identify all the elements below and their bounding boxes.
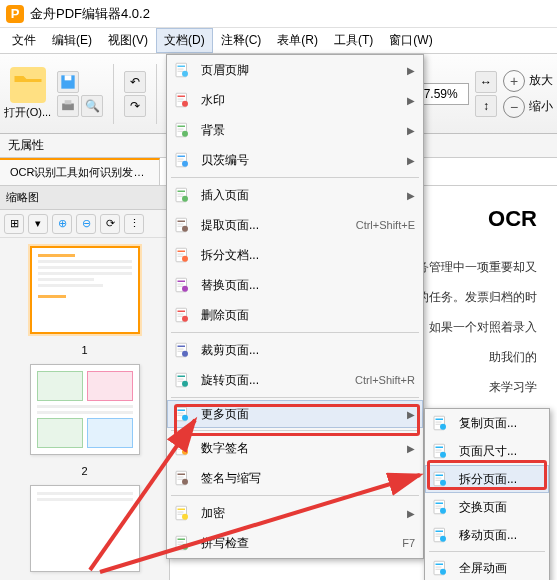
expand-icon[interactable]: ⊞ — [4, 214, 24, 234]
menu-window[interactable]: 窗口(W) — [381, 28, 440, 53]
menu-file[interactable]: 文件 — [4, 28, 44, 53]
svg-rect-41 — [178, 284, 184, 285]
print-icon[interactable] — [57, 95, 79, 117]
svg-rect-51 — [178, 349, 184, 350]
menu-item-replace[interactable]: 替换页面... — [167, 270, 423, 300]
svg-rect-76 — [178, 512, 184, 513]
menu-item-extract[interactable]: 提取页面... Ctrl+Shift+E — [167, 210, 423, 240]
menu-item-spell[interactable]: 拼写检查 F7 — [167, 528, 423, 558]
toolbar-open[interactable]: 打开(O)... — [4, 67, 51, 120]
menu-item-bates[interactable]: 贝茨编号 ▶ — [167, 145, 423, 175]
delete-icon — [171, 304, 193, 326]
menu-item-bg[interactable]: 背景 ▶ — [167, 115, 423, 145]
submenu-item[interactable]: 交换页面 — [425, 493, 549, 521]
menu-item-header[interactable]: 页眉页脚 ▶ — [167, 55, 423, 85]
more-icon — [171, 403, 193, 425]
menu-item-rotate[interactable]: 旋转页面... Ctrl+Shift+R — [167, 365, 423, 395]
svg-rect-45 — [178, 311, 186, 313]
zoom-in-button[interactable]: + 放大 — [503, 70, 553, 92]
menu-item-more[interactable]: 更多页面 ▶ — [167, 400, 423, 428]
thumbnail-number: 2 — [81, 465, 87, 477]
svg-rect-42 — [178, 286, 184, 287]
menu-item-crop[interactable]: 裁剪页面... — [167, 335, 423, 365]
menu-document[interactable]: 文档(D) — [156, 28, 213, 53]
svg-rect-77 — [178, 514, 184, 515]
menu-item-label: 背景 — [201, 122, 407, 139]
thumbnails: 1 2 — [0, 238, 169, 580]
fit-height-icon[interactable]: ↕ — [475, 95, 497, 117]
menu-form[interactable]: 表单(R) — [269, 28, 326, 53]
toolbar-open-label: 打开(O)... — [4, 105, 51, 120]
svg-point-68 — [182, 449, 188, 455]
zoom-out-thumb-icon[interactable]: ⊖ — [76, 214, 96, 234]
options-icon[interactable]: ⋮ — [124, 214, 144, 234]
save-icon[interactable] — [57, 71, 79, 93]
svg-rect-75 — [178, 509, 186, 511]
search-icon[interactable]: 🔍 — [81, 95, 103, 117]
app-title: 金舟PDF编辑器4.0.2 — [30, 5, 150, 23]
page-icon — [429, 468, 451, 490]
svg-rect-27 — [178, 196, 184, 197]
svg-rect-72 — [178, 479, 184, 480]
thumbnail-page[interactable] — [30, 246, 140, 334]
fit-width-icon[interactable]: ↔ — [475, 71, 497, 93]
zoom-out-button[interactable]: − 缩小 — [503, 96, 553, 118]
menu-item-sign[interactable]: 数字签名 ▶ — [167, 433, 423, 463]
submenu-item[interactable]: 复制页面... — [425, 409, 549, 437]
menu-separator — [171, 177, 419, 178]
menu-item-insert[interactable]: 插入页面 ▶ — [167, 180, 423, 210]
menu-item-label: 插入页面 — [201, 187, 407, 204]
replace-icon — [171, 274, 193, 296]
menu-comment[interactable]: 注释(C) — [213, 28, 270, 53]
menu-tools[interactable]: 工具(T) — [326, 28, 381, 53]
insert-icon — [171, 184, 193, 206]
water-icon — [171, 89, 193, 111]
menu-item-label: 拼写检查 — [201, 535, 394, 552]
svg-point-98 — [440, 480, 446, 486]
thumbnail-page[interactable] — [30, 485, 140, 572]
svg-rect-7 — [178, 71, 184, 72]
menu-item-label: 拆分文档... — [201, 247, 415, 264]
menu-separator — [171, 397, 419, 398]
svg-rect-95 — [436, 475, 444, 477]
menu-item-delete[interactable]: 删除页面 — [167, 300, 423, 330]
menu-separator — [171, 430, 419, 431]
attribute-label: 无属性 — [8, 137, 44, 154]
submenu-item[interactable]: 全屏动画 — [425, 554, 549, 580]
menu-shortcut: Ctrl+Shift+E — [356, 219, 415, 231]
svg-rect-100 — [436, 503, 444, 505]
menu-edit[interactable]: 编辑(E) — [44, 28, 100, 53]
menu-item-lock[interactable]: 加密 ▶ — [167, 498, 423, 528]
minus-icon: − — [503, 96, 525, 118]
svg-rect-90 — [436, 447, 444, 449]
plus-icon: + — [503, 70, 525, 92]
thumbnail-page[interactable] — [30, 364, 140, 455]
redo-icon[interactable]: ↷ — [124, 95, 146, 117]
menu-item-split[interactable]: 拆分文档... — [167, 240, 423, 270]
svg-rect-15 — [178, 126, 186, 128]
submenu-item[interactable]: 页面尺寸... — [425, 437, 549, 465]
svg-point-113 — [440, 569, 446, 575]
submenu-item[interactable]: 拆分页面... — [425, 465, 549, 493]
menu-item-initial[interactable]: 签名与缩写 ▶ — [167, 463, 423, 493]
undo-icon[interactable]: ↶ — [124, 71, 146, 93]
submenu-arrow-icon: ▶ — [407, 125, 415, 136]
svg-rect-102 — [436, 508, 442, 509]
svg-point-8 — [182, 71, 188, 77]
submenu-item-label: 复制页面... — [459, 415, 541, 432]
svg-rect-61 — [178, 413, 184, 414]
svg-rect-20 — [178, 156, 186, 158]
menu-item-water[interactable]: 水印 ▶ — [167, 85, 423, 115]
svg-point-38 — [182, 256, 188, 262]
svg-rect-92 — [436, 452, 442, 453]
menu-item-label: 水印 — [201, 92, 407, 109]
collapse-icon[interactable]: ▾ — [28, 214, 48, 234]
document-tab[interactable]: OCR识别工具如何识别发票... — [0, 158, 160, 185]
svg-point-103 — [440, 508, 446, 514]
zoom-in-thumb-icon[interactable]: ⊕ — [52, 214, 72, 234]
rotate-thumb-icon[interactable]: ⟳ — [100, 214, 120, 234]
menu-view[interactable]: 视图(V) — [100, 28, 156, 53]
svg-rect-31 — [178, 224, 184, 225]
submenu-item[interactable]: 移动页面... — [425, 521, 549, 549]
document-menu: 页眉页脚 ▶ 水印 ▶ 背景 ▶ 贝茨编号 ▶ 插入页面 ▶ 提取页面... C… — [166, 54, 424, 559]
